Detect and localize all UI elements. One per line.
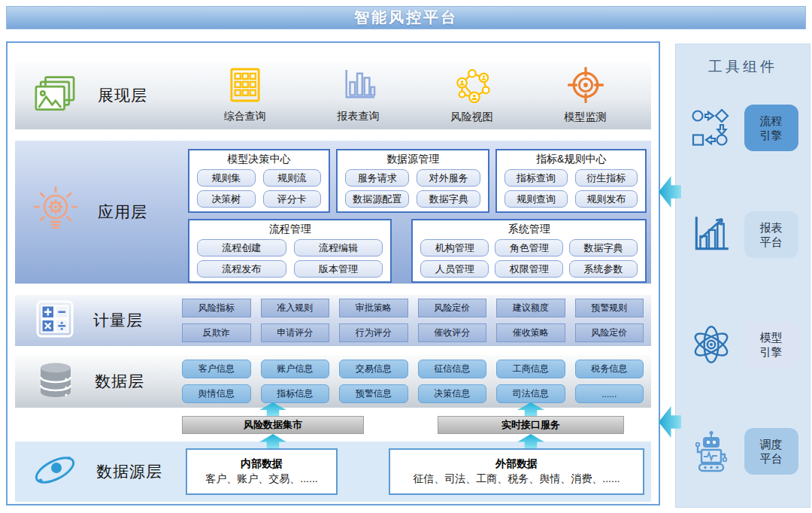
measure-chip: 审批策略 [339,299,408,317]
tool-button-label: 报表平台 [759,220,784,250]
pres-item-label: 综合查询 [224,110,266,123]
group-title: 模型决策中心 [194,153,324,166]
module-chip: 决策树 [197,190,256,208]
internal-data-desc: 客户、账户、交易、...... [205,472,317,486]
flowchart-icon [688,107,735,149]
module-chip: 流程创建 [197,239,286,256]
layer-presentation: 展现层 综合查询 [15,62,651,129]
layer-label: 数据层 [95,371,144,392]
data-chip: 工商信息 [496,360,565,378]
grid-icon [229,68,261,105]
group-title: 数据源管理 [342,153,483,166]
tool-button-label: 流程引擎 [759,114,784,143]
pres-item-label: 报表查询 [338,110,380,123]
tool-row-process-engine: 流程引擎 [676,103,810,153]
group-grid: 机构管理 角色管理 数据字典 人员管理 权限管理 系统参数 [417,239,641,278]
layer-label: 数据源层 [96,461,162,482]
realtime-api-service-bar: 实时接口服务 [438,416,624,434]
group-system-management: 系统管理 机构管理 角色管理 数据字典 人员管理 权限管理 系统参数 [411,219,647,283]
module-chip: 指标查询 [504,169,567,187]
measurement-row-1: 风险指标 准入规则 审批策略 风险定价 建议额度 预警规则 [182,299,644,317]
measure-chip: 风险定价 [418,299,487,317]
group-title: 系统管理 [417,223,641,236]
pres-item-label: 模型监测 [565,111,607,124]
group-title: 流程管理 [194,223,386,236]
module-chip: 流程发布 [197,260,286,278]
group-process-management: 流程管理 流程创建 流程编辑 流程发布 版本管理 [188,219,392,283]
module-chip: 评分卡 [263,190,322,208]
layer-label: 计量层 [93,310,143,331]
gallery-icon [33,74,77,117]
measure-chip: 建议额度 [496,299,565,317]
module-chip: 数据源配置 [345,190,409,208]
group-model-decision-center: 模型决策中心 规则集 规则流 决策树 评分卡 [188,149,330,213]
tool-button-report-platform: 报表平台 [744,211,798,258]
data-chip: 账户信息 [261,360,330,378]
data-chip: 决策信息 [418,384,487,403]
measure-chip: 行为评分 [339,323,408,342]
external-data-desc: 征信、司法、工商、税务、舆情、消费、...... [413,472,620,486]
module-chip: 版本管理 [294,260,383,278]
robot-icon [688,430,735,473]
data-chip: 交易信息 [339,360,408,378]
measure-chip: 风险指标 [182,299,251,317]
risk-data-mart-bar: 风险数据集市 [182,416,364,434]
application-row-2: 流程管理 流程创建 流程编辑 流程发布 版本管理 系统管理 机构管理 角色管理 [188,219,647,283]
layer-label: 应用层 [98,202,147,223]
layer-head-application: 应用层 [15,141,188,284]
data-chip: 税务信息 [575,360,644,378]
atom-icon [688,323,735,366]
external-data-box: 外部数据 征信、司法、工商、税务、舆情、消费、...... [389,448,644,495]
module-chip: 对外服务 [417,169,480,187]
measure-chip: 申请评分 [261,323,330,342]
layer-application: 应用层 模型决策中心 规则集 规则流 决策树 评分卡 数据源管理 [15,141,651,284]
tool-row-model-engine: 模型引擎 [676,320,810,369]
tool-button-schedule-platform: 调度平台 [744,428,798,475]
galaxy-icon [30,448,80,495]
layer-datasource: 数据源层 内部数据 客户、账户、交易、...... 外部数据 征信、司法、工商、… [15,442,651,502]
calculator-icon [36,300,74,341]
module-chip: 服务请求 [345,169,409,187]
module-chip: 衍生指标 [575,169,638,187]
module-chip: 规则流 [263,169,322,187]
data-chip: 司法信息 [496,384,565,403]
measure-chip: 催收策略 [496,323,565,342]
pres-item: 模型监测 [565,67,607,124]
lightbulb-icon [32,184,80,240]
database-icon [36,361,75,402]
layer-data: 数据层 客户信息 账户信息 交易信息 征信信息 工商信息 税务信息 舆情信息 指… [15,355,651,408]
module-chip: 人员管理 [420,260,489,278]
tool-button-process-engine: 流程引擎 [744,105,798,151]
internal-data-box: 内部数据 客户、账户、交易、...... [186,448,338,495]
module-chip: 规则集 [197,169,256,187]
module-chip: 机构管理 [420,239,489,256]
module-chip: 权限管理 [495,260,563,278]
module-chip: 系统参数 [569,260,638,278]
main-panel: 展现层 综合查询 [6,41,660,505]
layer-head-presentation: 展现层 [15,62,188,129]
module-chip: 角色管理 [495,239,563,256]
layer-label: 展现层 [98,85,147,106]
measure-chip: 催收评分 [418,323,487,342]
pres-item: 综合查询 [224,68,266,123]
data-row-1: 客户信息 账户信息 交易信息 征信信息 工商信息 税务信息 [182,360,644,378]
internal-data-title: 内部数据 [241,457,283,471]
group-title: 指标&规则中心 [501,153,641,166]
risk-platform-diagram: 智能风控平台 展现层 [0,0,812,513]
network-icon [453,67,491,106]
group-indicator-rule-center: 指标&规则中心 指标查询 衍生指标 规则查询 规则发布 [495,149,647,213]
measure-chip: 风险定价 [575,323,644,342]
measure-chip: 反欺诈 [182,323,251,342]
bar-chart-icon [341,68,376,105]
presentation-items: 综合查询 报表查询 [188,62,651,129]
measure-chip: 准入规则 [261,299,330,317]
measurement-chips: 风险指标 准入规则 审批策略 风险定价 建议额度 预警规则 反欺诈 申请评分 行… [182,295,651,346]
tool-button-label: 模型引擎 [759,330,784,360]
group-datasource-management: 数据源管理 服务请求 对外服务 数据源配置 数据字典 [336,149,489,213]
module-chip: 规则发布 [575,190,638,208]
external-data-title: 外部数据 [495,457,538,471]
group-grid: 规则集 规则流 决策树 评分卡 [194,169,324,208]
tool-button-model-engine: 模型引擎 [744,321,798,368]
data-chip: 征信信息 [418,360,487,378]
report-icon [688,214,735,256]
